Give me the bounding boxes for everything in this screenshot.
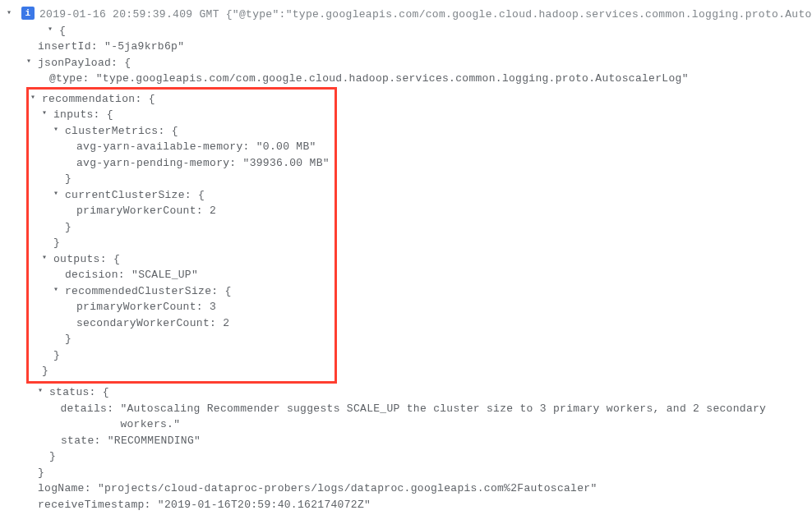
log-summary: {"@type":"type.googleapis.com/com.google… (226, 7, 812, 23)
json-root-open[interactable]: { (48, 23, 805, 39)
json-status-state[interactable]: state: "RECOMMENDING" (49, 433, 805, 449)
expand-toggle[interactable] (53, 187, 65, 204)
expand-toggle[interactable] (42, 251, 53, 268)
json-attype[interactable]: @type: "type.googleapis.com/com.google.c… (38, 71, 805, 87)
json-close: } (38, 448, 805, 465)
expand-toggle[interactable] (53, 283, 65, 300)
json-recommendedclustersize[interactable]: recommendedClusterSize: { (53, 283, 330, 300)
json-inputs[interactable]: inputs: { (42, 107, 330, 123)
json-receivetimestamp[interactable]: receiveTimestamp: "2019-01-16T20:59:40.1… (26, 497, 805, 513)
log-timestamp: 2019-01-16 20:59:39.409 GMT (39, 7, 219, 23)
json-close: } (30, 363, 330, 379)
json-recommendation[interactable]: recommendation: { (30, 91, 330, 108)
json-insertid[interactable]: insertId: "-5ja9krb6p" (26, 39, 805, 55)
json-status[interactable]: status: { (38, 384, 805, 401)
json-primaryworkercount[interactable]: primaryWorkerCount: 2 (65, 203, 330, 219)
json-avg-avail[interactable]: avg-yarn-available-memory: "0.00 MB" (65, 139, 330, 155)
expand-toggle[interactable] (26, 55, 38, 71)
json-outputs[interactable]: outputs: { (42, 251, 330, 268)
json-rec-secondaryworkercount[interactable]: secondaryWorkerCount: 2 (65, 315, 330, 332)
json-avg-pending[interactable]: avg-yarn-pending-memory: "39936.00 MB" (65, 155, 330, 172)
json-close: } (53, 331, 330, 347)
severity-info-icon: i (21, 7, 35, 20)
json-close: } (53, 219, 330, 236)
log-entry-header[interactable]: i 2019-01-16 20:59:39.409 GMT {"@type":"… (7, 7, 805, 23)
expand-toggle[interactable] (38, 384, 49, 401)
json-close: } (42, 235, 330, 251)
json-close: } (26, 465, 805, 481)
json-close: } (42, 347, 330, 364)
expand-toggle[interactable] (42, 107, 53, 123)
json-clustermetrics[interactable]: clusterMetrics: { (53, 123, 330, 140)
json-logname[interactable]: logName: "projects/cloud-dataproc-prober… (26, 481, 805, 497)
expand-toggle[interactable] (53, 123, 65, 140)
expand-toggle[interactable] (48, 23, 59, 39)
json-decision[interactable]: decision: "SCALE_UP" (53, 267, 330, 283)
json-currentclustersize[interactable]: currentClusterSize: { (53, 187, 330, 204)
expand-toggle-root[interactable] (7, 7, 18, 19)
json-status-details[interactable]: details: "Autoscaling Recommender sugges… (49, 401, 805, 433)
json-close: } (53, 171, 330, 187)
json-rec-primaryworkercount[interactable]: primaryWorkerCount: 3 (65, 299, 330, 315)
recommendation-highlight: recommendation: { inputs: { clusterMetri… (26, 87, 337, 384)
json-jsonpayload[interactable]: jsonPayload: { (26, 55, 805, 71)
expand-toggle[interactable] (30, 91, 42, 108)
